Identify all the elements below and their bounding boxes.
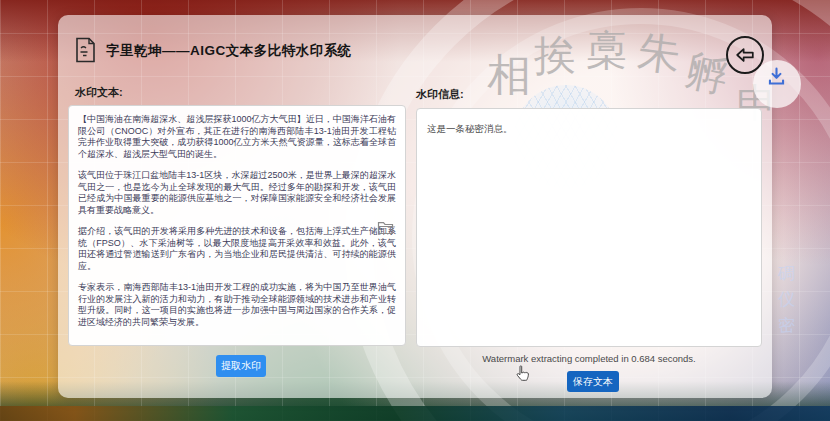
watermark-text-label: 水印文本:: [75, 85, 123, 100]
background-bottom-strip: [0, 406, 830, 421]
screen: 相 挨 槀 朱 孵 申 碉 仪 密 字里乾坤——AIGC文本多比特水印系统 水印…: [0, 0, 830, 421]
watermark-paragraph: 专家表示，南海西部陆丰13-1油田开发工程的成功实施，将为中国乃至世界油气行业的…: [78, 282, 396, 328]
watermark-paragraph: 据介绍，该气田的开发将采用多种先进的技术和设备，包括海上浮式生产储卸系统（FPS…: [78, 226, 396, 272]
background-glyph: 碉: [778, 262, 795, 285]
secret-message-text: 这是一条秘密消息。: [427, 123, 513, 134]
document-icon: [75, 37, 96, 63]
back-arrow-icon: [734, 44, 756, 66]
watermark-info-label: 水印信息:: [416, 87, 464, 102]
folder-icon[interactable]: [377, 221, 394, 235]
page-title: 字里乾坤——AIGC文本多比特水印系统: [106, 42, 352, 60]
background-glyph: 仪: [778, 288, 795, 311]
watermark-paragraph: 【中国海油在南海超深水、超浅层探获1000亿方大气田】近日，中国海洋石油有限公司…: [78, 114, 396, 160]
main-card: 字里乾坤——AIGC文本多比特水印系统 水印文本: 【中国海油在南海超深水、超浅…: [58, 15, 772, 398]
extract-watermark-button[interactable]: 提取水印: [216, 355, 266, 377]
background-glyph: 密: [778, 314, 795, 337]
pointer-hand-icon: [515, 365, 530, 383]
watermark-text-area[interactable]: 【中国海油在南海超深水、超浅层探获1000亿方大气田】近日，中国海洋石油有限公司…: [68, 105, 406, 346]
status-text: Watermark extracting completed in 0.684 …: [416, 353, 762, 364]
watermark-paragraph: 该气田位于珠江口盆地陆丰13-1区块，水深超过2500米，是世界上最深的超深水气…: [78, 170, 396, 216]
save-text-button[interactable]: 保存文本: [567, 371, 619, 392]
download-icon[interactable]: [766, 66, 787, 87]
watermark-info-area[interactable]: 这是一条秘密消息。: [416, 108, 762, 347]
